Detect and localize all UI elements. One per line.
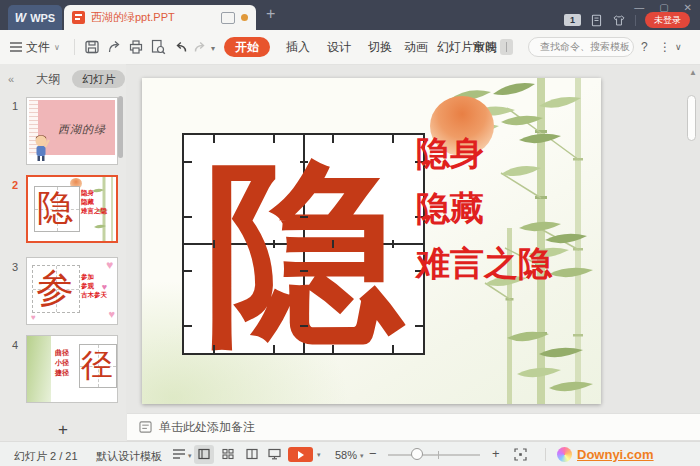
play-slideshow-button[interactable] [288, 447, 313, 462]
fit-to-window-icon[interactable] [514, 448, 527, 461]
quickbar-dropdown-icon[interactable]: ▾ [211, 44, 215, 53]
scroll-up-icon[interactable]: ▲ [689, 68, 697, 77]
document-tab-title: 西湖的绿ppt.PPT [91, 10, 215, 25]
grid-tick [415, 325, 423, 327]
grid-tick [184, 161, 192, 163]
wps-presentation-window: W WPS 西湖的绿ppt.PPT + — ▢ ✕ 1 未登录 [0, 0, 700, 466]
grid-tick [273, 345, 275, 353]
message-badge[interactable]: 1 [564, 14, 581, 26]
ribbon-tab-insert[interactable]: 插入 [286, 37, 310, 57]
slide-word: 隐藏 [416, 181, 552, 236]
more-options-icon[interactable]: ⋮ [659, 40, 671, 54]
canvas-scrollbar[interactable] [687, 95, 696, 141]
tab-outline[interactable]: 大纲 [36, 71, 60, 88]
notes-placeholder: 单击此处添加备注 [159, 419, 255, 436]
grid-tick [332, 135, 334, 143]
export-icon[interactable] [106, 39, 122, 55]
slide-word: 难言之隐 [416, 236, 552, 291]
collapse-panel-button[interactable]: « [8, 73, 14, 85]
reading-view-icon[interactable] [246, 448, 258, 460]
file-menu-label: 文件 [26, 39, 50, 56]
grid-tick [213, 135, 215, 143]
grid-tick [300, 270, 308, 272]
ribbon-tab-transition[interactable]: 切换 [368, 37, 392, 57]
collapse-ribbon-icon[interactable]: ∨ [675, 42, 682, 52]
zoom-caret-icon[interactable]: ▾ [360, 452, 364, 460]
document-tab[interactable]: 西湖的绿ppt.PPT [64, 5, 256, 30]
print-icon[interactable] [128, 39, 144, 55]
slide-sorter-view-icon[interactable] [222, 448, 234, 460]
notes-toggle-icon[interactable] [172, 448, 186, 460]
redo-icon[interactable] [192, 39, 208, 55]
slide-thumbnail-3[interactable]: ♥ ♥ ♥ ♥ 参 参加 参观 古木参天 [26, 257, 118, 325]
grid-tick [300, 325, 308, 327]
grid-tick [392, 240, 394, 248]
slide-canvas[interactable]: 隐 隐身 隐藏 难言之隐 [142, 78, 601, 404]
skin-shirt-icon[interactable] [612, 14, 626, 27]
login-button[interactable]: 未登录 [645, 12, 690, 28]
tab-slides[interactable]: 幻灯片 [72, 70, 125, 88]
ribbon-divider [74, 39, 75, 55]
slideshow-view-icon[interactable] [268, 448, 281, 460]
help-icon[interactable]: ? [641, 40, 648, 54]
grid-tick [273, 240, 275, 248]
slide-panel-header: « 大纲 幻灯片 [0, 64, 126, 94]
normal-view-icon[interactable] [198, 448, 210, 460]
zoom-level[interactable]: 58% [335, 449, 357, 461]
command-search[interactable]: 查找命令、搜索模板 [528, 37, 634, 57]
wps-menu-button[interactable]: W WPS [8, 5, 62, 30]
save-icon[interactable] [84, 39, 100, 55]
notes-icon [139, 421, 152, 433]
more-tabs-button[interactable] [500, 39, 513, 55]
thumb2-words: 隐身 隐藏 难言之隐 [81, 188, 107, 215]
slide-thumbnail-1[interactable]: 西湖的绿 [26, 97, 118, 165]
thumb4-words: 曲径 小径 捷径 [55, 348, 69, 378]
slide-thumbnail-4[interactable]: 曲径 小径 捷径 径 [26, 335, 118, 403]
add-slide-button[interactable]: + [0, 416, 126, 443]
titlebar: W WPS 西湖的绿ppt.PPT + — ▢ ✕ 1 未登录 [0, 0, 700, 30]
undo-icon[interactable] [173, 39, 189, 55]
watermark-text: Downyi.com [577, 447, 654, 462]
ppt-file-icon [72, 11, 85, 24]
document-icon[interactable] [590, 14, 603, 27]
zoom-slider-track[interactable] [388, 454, 480, 456]
grid-tick [184, 216, 192, 218]
slide-word-list[interactable]: 隐身 隐藏 难言之隐 [416, 126, 552, 291]
zoom-slider-handle[interactable] [411, 448, 423, 460]
ribbon-tab-review[interactable]: 审阅 [473, 37, 497, 57]
thumb4-green-strip [27, 336, 51, 402]
thumb-number: 3 [12, 261, 18, 273]
file-menu-button[interactable]: 文件 ∨ [10, 30, 60, 64]
thumb-number: 1 [12, 100, 18, 112]
slide-panel: « 大纲 幻灯片 1 西湖的绿 2 [0, 64, 126, 416]
ribbon-tab-design[interactable]: 设计 [327, 37, 351, 57]
print-preview-icon[interactable] [150, 39, 166, 55]
cartoon-girl-image [31, 132, 51, 162]
wps-app-name: WPS [30, 12, 55, 24]
tab-preview-icon[interactable] [221, 12, 235, 24]
ribbon-tab-animation[interactable]: 动画 [404, 37, 428, 57]
heart-icon: ♥ [31, 313, 36, 322]
ribbon-tab-home[interactable]: 开始 [224, 37, 270, 57]
sidebar-scrollbar[interactable] [118, 96, 123, 158]
template-name[interactable]: 默认设计模板 [96, 449, 162, 464]
notes-bar[interactable]: 单击此处添加备注 [127, 413, 700, 441]
grid-tick [213, 240, 215, 248]
heart-icon: ♥ [106, 258, 113, 272]
thumb1-title: 西湖的绿 [47, 122, 117, 137]
grid-tick [300, 161, 308, 163]
thumb4-char: 径 [81, 349, 113, 381]
file-menu-caret-icon: ∨ [54, 43, 60, 52]
slide-counter: 幻灯片 2 / 21 [14, 449, 78, 464]
thumb-number: 2 [12, 179, 18, 191]
notes-toggle-caret-icon[interactable]: ▾ [188, 452, 192, 460]
statusbar-divider [545, 448, 546, 461]
new-tab-button[interactable]: + [266, 4, 275, 24]
unsaved-dot-icon [241, 14, 248, 21]
thumb2-char: 隐 [37, 190, 73, 226]
slide-thumbnail-2[interactable]: 隐 隐身 隐藏 难言之隐 [26, 175, 118, 243]
play-options-caret-icon[interactable]: ▾ [317, 451, 321, 459]
zoom-in-button[interactable]: + [492, 446, 500, 461]
main-character[interactable]: 隐 [184, 143, 423, 361]
zoom-out-button[interactable]: − [369, 446, 377, 461]
